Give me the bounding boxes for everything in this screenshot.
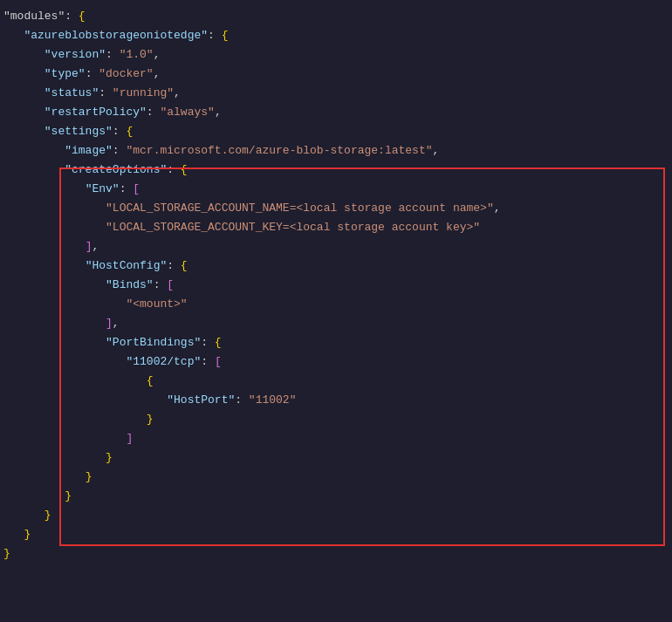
code-token: "mcr.microsoft.com/azure-blob-storage:la… — [126, 144, 432, 157]
code-token: [ — [215, 355, 222, 368]
code-token: "running" — [113, 86, 174, 99]
code-line: "LOCAL_STORAGE_ACCOUNT_NAME=<local stora… — [0, 199, 672, 218]
code-token: , — [215, 106, 222, 119]
line-content: "LOCAL_STORAGE_ACCOUNT_KEY=<local storag… — [3, 218, 480, 237]
code-token: "11002/tcp" — [126, 355, 201, 368]
code-token: "version" — [45, 48, 106, 61]
code-token: : — [99, 86, 113, 99]
code-token: : — [208, 29, 222, 42]
line-content: } — [3, 448, 113, 468]
code-token: "type" — [45, 67, 86, 80]
line-content: "11002/tcp": [ — [3, 352, 222, 372]
code-line: "Binds": [ — [0, 276, 672, 295]
code-line: } — [0, 468, 672, 487]
code-line: "type": "docker", — [0, 65, 672, 84]
code-token: "settings" — [45, 125, 113, 138]
code-token: : — [113, 144, 127, 157]
code-token: : — [113, 125, 127, 138]
code-token: : — [167, 259, 181, 272]
line-content: "Binds": [ — [3, 276, 174, 295]
code-token: } — [147, 413, 154, 426]
code-token: "Env" — [86, 182, 120, 195]
line-content: "version": "1.0", — [3, 45, 160, 65]
line-content: } — [3, 487, 72, 506]
code-token: } — [65, 489, 72, 502]
code-token: : — [120, 182, 134, 195]
line-content: "createOptions": { — [3, 161, 188, 180]
code-token: } — [86, 470, 93, 483]
code-token: , — [433, 144, 440, 157]
code-line: "restartPolicy": "always", — [0, 103, 672, 122]
code-line: "status": "running", — [0, 84, 672, 103]
code-line: { — [0, 372, 672, 391]
line-content: } — [3, 525, 31, 544]
code-token: : — [86, 67, 99, 80]
line-content: "HostConfig": { — [3, 256, 188, 276]
code-line: "PortBindings": { — [0, 333, 672, 352]
code-token: "image" — [65, 144, 113, 157]
code-token: "modules": — [3, 10, 79, 23]
code-token: [ — [167, 278, 174, 291]
code-line: "modules": { — [0, 7, 672, 26]
line-content: "modules": { — [3, 7, 86, 26]
code-line: "image": "mcr.microsoft.com/azure-blob-s… — [0, 141, 672, 161]
line-content: { — [3, 372, 154, 391]
line-content: "azureblobstorageoniotedge": { — [3, 26, 228, 45]
code-line: "settings": { — [0, 122, 672, 141]
line-content: "<mount>" — [3, 295, 188, 314]
code-token: : — [167, 163, 181, 176]
code-token: { — [181, 163, 188, 176]
line-content: "image": "mcr.microsoft.com/azure-blob-s… — [3, 141, 439, 161]
code-token: "PortBindings" — [106, 336, 201, 349]
code-token: } — [3, 547, 10, 560]
line-content: "Env": [ — [3, 180, 140, 199]
code-token: "LOCAL_STORAGE_ACCOUNT_KEY=<local storag… — [106, 221, 480, 234]
line-content: ], — [3, 237, 99, 256]
code-line: } — [0, 410, 672, 429]
line-content: } — [3, 410, 154, 429]
line-content: "settings": { — [3, 122, 133, 141]
code-token: "<mount>" — [126, 297, 187, 311]
code-token: { — [147, 374, 154, 387]
code-token: ] — [126, 432, 133, 445]
line-content: } — [3, 468, 92, 487]
line-content: } — [3, 544, 10, 564]
code-token: , — [92, 240, 99, 253]
code-token: { — [215, 336, 222, 349]
line-content: "status": "running", — [3, 84, 181, 103]
code-line: "HostPort": "11002" — [0, 391, 672, 410]
code-token: ] — [106, 317, 113, 330]
code-token: "1.0" — [120, 48, 154, 61]
code-token: : — [201, 336, 215, 349]
line-content: } — [3, 506, 51, 525]
code-token: "Binds" — [106, 278, 154, 291]
code-token: [ — [133, 182, 140, 195]
code-token: , — [494, 202, 501, 215]
code-token: , — [174, 86, 181, 99]
code-token: } — [24, 528, 31, 541]
line-content: ], — [3, 314, 120, 333]
code-viewer: "modules": { "azureblobstorageoniotedge"… — [0, 0, 672, 622]
line-content: "HostPort": "11002" — [3, 391, 296, 410]
code-token: "docker" — [99, 67, 153, 80]
code-line: } — [0, 506, 672, 525]
code-token: } — [106, 451, 113, 464]
code-token: "status" — [45, 86, 99, 99]
code-token: : — [201, 355, 215, 368]
line-content: "PortBindings": { — [3, 333, 222, 352]
code-token: { — [181, 259, 188, 272]
code-line: "version": "1.0", — [0, 45, 672, 65]
code-line: } — [0, 525, 672, 544]
code-token: : — [235, 393, 249, 407]
code-line: "<mount>" — [0, 295, 672, 314]
code-line: "LOCAL_STORAGE_ACCOUNT_KEY=<local storag… — [0, 218, 672, 237]
code-token: "restartPolicy" — [45, 106, 147, 119]
line-content: "restartPolicy": "always", — [3, 103, 222, 122]
line-content: "LOCAL_STORAGE_ACCOUNT_NAME=<local stora… — [3, 199, 501, 218]
code-token: : — [106, 48, 120, 61]
code-line: "azureblobstorageoniotedge": { — [0, 26, 672, 45]
code-token: } — [45, 509, 51, 522]
code-token: , — [113, 317, 120, 330]
code-token: "HostPort" — [167, 393, 235, 407]
code-token: : — [154, 278, 168, 291]
